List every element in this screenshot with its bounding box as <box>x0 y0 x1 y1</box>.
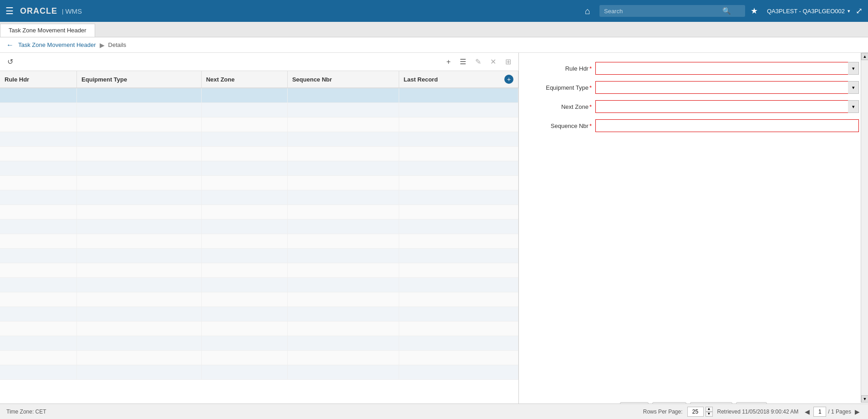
next-zone-dropdown[interactable]: ▾ <box>848 100 859 113</box>
col-equipment-type: Equipment Type <box>77 71 202 88</box>
equipment-type-dropdown[interactable]: ▾ <box>848 81 859 94</box>
breadcrumb-parent-link[interactable]: Task Zone Movement Header <box>18 41 96 48</box>
required-star: * <box>589 123 592 129</box>
data-table: Rule Hdr Equipment Type Next Zone Sequen… <box>0 71 518 380</box>
tab-bar: Task Zone Movement Header <box>0 22 868 37</box>
form-row-rule-hdr: Rule Hdr* ▾ <box>528 62 859 75</box>
col-rule-hdr: Rule Hdr <box>0 71 77 88</box>
search-icon[interactable]: 🔍 <box>722 7 731 15</box>
breadcrumb-separator: ▶ <box>100 41 105 49</box>
required-star: * <box>589 103 592 110</box>
cell-sequence-nbr <box>287 102 399 117</box>
table-row[interactable] <box>0 365 518 379</box>
rows-stepper: ▲ ▼ <box>706 407 713 417</box>
rows-per-page-control: ▲ ▼ <box>687 407 713 417</box>
next-zone-input[interactable] <box>595 100 859 113</box>
user-dropdown-arrow: ▾ <box>848 8 850 14</box>
right-panel: Rule Hdr* ▾ Equipment Type* ▾ <box>519 53 868 419</box>
page-back-button[interactable]: ◀ <box>803 407 812 416</box>
sequence-nbr-input[interactable] <box>595 119 859 132</box>
table-row[interactable] <box>0 146 518 161</box>
left-panel: ↺ + ☰ ✎ ✕ ⊞ Rule Hdr Equipment Type Next… <box>0 53 519 419</box>
table-row[interactable] <box>0 117 518 132</box>
table-row[interactable] <box>0 190 518 204</box>
export-button[interactable]: ⊞ <box>503 56 514 67</box>
sequence-nbr-label: Sequence Nbr* <box>528 123 592 129</box>
form-row-sequence-nbr: Sequence Nbr* <box>528 119 859 132</box>
user-info[interactable]: QA3PLEST - QA3PLGEO002 ▾ <box>767 8 850 15</box>
tab-task-zone-movement-header[interactable]: Task Zone Movement Header <box>0 24 95 37</box>
form-fields: Rule Hdr* ▾ Equipment Type* ▾ <box>528 62 859 132</box>
delete-button[interactable]: ✕ <box>487 56 499 67</box>
sequence-nbr-wrapper <box>595 119 859 132</box>
table-scroll-container[interactable]: Rule Hdr Equipment Type Next Zone Sequen… <box>0 71 518 419</box>
list-button[interactable]: ☰ <box>457 56 469 67</box>
scroll-down-button[interactable]: ▼ <box>861 395 868 403</box>
search-box: 🔍 <box>599 5 745 17</box>
required-star: * <box>589 84 592 91</box>
add-button[interactable]: + <box>444 56 453 67</box>
expand-icon[interactable]: ⤢ <box>856 6 863 16</box>
refresh-button[interactable]: ↺ <box>5 56 16 67</box>
table-row[interactable] <box>0 175 518 190</box>
cell-next-zone <box>201 88 287 102</box>
breadcrumb-bar: ← Task Zone Movement Header ▶ Details <box>0 37 868 53</box>
favorites-icon[interactable]: ★ <box>751 6 758 16</box>
edit-button[interactable]: ✎ <box>472 56 484 67</box>
page-forward-button[interactable]: ▶ <box>853 407 862 416</box>
cell-sequence-nbr <box>287 88 399 102</box>
back-arrow-icon[interactable]: ← <box>6 41 14 49</box>
rule-hdr-label: Rule Hdr* <box>528 65 592 72</box>
form-row-next-zone: Next Zone* ▾ <box>528 100 859 113</box>
rows-per-page-label: Rows Per Page: <box>643 409 683 415</box>
table-row[interactable] <box>0 132 518 146</box>
rows-down-button[interactable]: ▼ <box>706 412 713 417</box>
col-sequence-nbr: Sequence Nbr <box>287 71 399 88</box>
footer: Time Zone: CET Rows Per Page: ▲ ▼ Retrie… <box>0 404 868 419</box>
table-row[interactable] <box>0 336 518 350</box>
table-row[interactable] <box>0 321 518 336</box>
table-row[interactable] <box>0 234 518 248</box>
main-content: ↺ + ☰ ✎ ✕ ⊞ Rule Hdr Equipment Type Next… <box>0 53 868 419</box>
right-scrollbar: ▲ ▼ <box>861 53 868 403</box>
rows-per-page-input[interactable] <box>687 407 704 417</box>
page-number-input[interactable] <box>813 407 826 417</box>
table-row[interactable] <box>0 219 518 234</box>
table-row[interactable] <box>0 102 518 117</box>
equipment-type-input[interactable] <box>595 81 859 94</box>
cell-rule-hdr <box>0 88 77 102</box>
cell-equipment-type <box>77 88 202 102</box>
table-row[interactable] <box>0 277 518 292</box>
home-icon[interactable]: ⌂ <box>585 6 590 16</box>
logo-divider: | <box>62 8 63 15</box>
add-column-button[interactable]: + <box>504 75 513 84</box>
equipment-type-wrapper: ▾ <box>595 81 859 94</box>
rule-hdr-input[interactable] <box>595 62 859 75</box>
equipment-type-label: Equipment Type* <box>528 84 592 91</box>
timezone-label: Time Zone: CET <box>6 409 46 415</box>
scroll-up-button[interactable]: ▲ <box>861 53 868 60</box>
table-row[interactable] <box>0 307 518 321</box>
rows-up-button[interactable]: ▲ <box>706 407 713 412</box>
user-label: QA3PLEST - QA3PLGEO002 <box>767 8 845 15</box>
required-star: * <box>589 65 592 72</box>
table-row[interactable] <box>0 263 518 277</box>
hamburger-icon[interactable]: ☰ <box>5 5 14 16</box>
footer-right: Rows Per Page: ▲ ▼ Retrieved 11/05/2018 … <box>643 407 862 417</box>
table-row[interactable] <box>0 292 518 307</box>
oracle-logo: ORACLE <box>20 6 57 16</box>
retrieved-label: Retrieved 11/05/2018 9:00:42 AM <box>717 409 799 415</box>
table-row[interactable] <box>0 350 518 365</box>
table-row[interactable] <box>0 204 518 219</box>
rule-hdr-dropdown[interactable]: ▾ <box>848 62 859 75</box>
col-next-zone: Next Zone <box>201 71 287 88</box>
pagination: ◀ / 1 Pages ▶ <box>803 407 862 417</box>
cell-equipment-type <box>77 102 202 117</box>
table-row[interactable] <box>0 248 518 263</box>
table-row[interactable] <box>0 161 518 175</box>
page-total-label: / 1 Pages <box>828 409 851 415</box>
top-nav: ☰ ORACLE | WMS ⌂ 🔍 ★ QA3PLEST - QA3PLGEO… <box>0 0 868 22</box>
search-input[interactable] <box>604 8 722 15</box>
table-row[interactable] <box>0 88 518 102</box>
rule-hdr-wrapper: ▾ <box>595 62 859 75</box>
